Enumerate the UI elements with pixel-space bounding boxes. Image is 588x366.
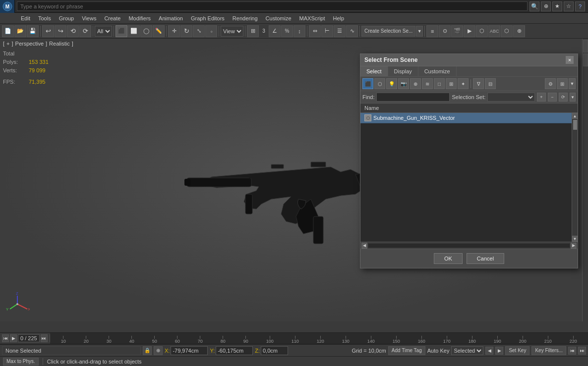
open-file-button[interactable]: 📂 [14, 25, 26, 37]
menu-graph-editors[interactable]: Graph Editors [187, 13, 229, 24]
cancel-button[interactable]: Cancel [467, 253, 504, 264]
dialog-close-button[interactable]: × [566, 56, 574, 64]
hscroll-track[interactable] [368, 244, 570, 248]
zoom-icon[interactable]: ⊕ [541, 1, 551, 11]
render-setup-button[interactable]: 🎬 [451, 25, 463, 37]
spinner-snap-button[interactable]: ↕ [294, 25, 305, 37]
play-button[interactable]: ▶ [10, 334, 17, 342]
uniform-scale-button[interactable]: ⬦ [205, 25, 217, 37]
key-filters-button[interactable]: Key Filters... [531, 346, 566, 355]
layers-panel-button[interactable]: ⊙ [439, 25, 451, 37]
info-icon[interactable]: ? [575, 1, 585, 11]
menu-rendering[interactable]: Rendering [229, 13, 262, 24]
max-phys-button[interactable]: Max to Phys. [3, 358, 39, 366]
select-region-button[interactable]: ⬜ [128, 25, 140, 37]
mirror-button[interactable]: ⇔ [309, 25, 321, 37]
redo2-button[interactable]: ⟳ [79, 25, 91, 37]
menu-views[interactable]: Views [78, 13, 100, 24]
dialog-icon-dropdown[interactable]: ▼ [569, 78, 576, 89]
snap-button[interactable]: ⊞ [247, 25, 259, 37]
command-panel-btn2[interactable] [583, 53, 588, 66]
dialog-icon-cameras[interactable]: 📷 [398, 78, 409, 89]
scroll-thumb[interactable] [573, 120, 577, 130]
scene-explorer-button[interactable]: ≡ [426, 25, 438, 37]
dialog-icon-geometry[interactable]: ⬛ [362, 78, 373, 89]
hscroll-right-button[interactable]: ▶ [571, 243, 577, 249]
undo-button[interactable]: ↩ [42, 25, 54, 37]
scale-button[interactable]: ⤡ [193, 25, 205, 37]
search-input[interactable] [17, 1, 528, 11]
dialog-icon-filter1[interactable]: ∇ [473, 78, 484, 89]
curve-editor-button[interactable]: ∿ [346, 25, 358, 37]
auto-key-select[interactable]: Selected [451, 346, 483, 355]
dialog-icon-helpers[interactable]: ⊕ [410, 78, 421, 89]
extra-btn1[interactable]: ⬡ [501, 25, 513, 37]
layer-button[interactable]: ☰ [334, 25, 346, 37]
list-scrollbar[interactable]: ▲ ▼ [572, 113, 578, 242]
menu-modifiers[interactable]: Modifiers [124, 13, 155, 24]
lasso-select-button[interactable]: ◯ [140, 25, 152, 37]
menu-create[interactable]: Create [100, 13, 124, 24]
dialog-icon-groups[interactable]: □ [434, 78, 445, 89]
ok-button[interactable]: OK [434, 253, 463, 264]
skip-forward-button[interactable]: ⏭ [578, 347, 586, 355]
dialog-icon-shapes[interactable]: ⬡ [374, 78, 385, 89]
rotate-button[interactable]: ↻ [180, 25, 192, 37]
next-frame-button[interactable]: ▶ [495, 347, 503, 355]
find-input[interactable] [376, 93, 450, 102]
abc-button[interactable]: ABC [488, 25, 500, 37]
selection-set-select[interactable] [487, 93, 535, 102]
dialog-icon-xref[interactable]: ⊞ [446, 78, 457, 89]
sel-set-btn1[interactable]: + [537, 93, 546, 102]
sel-set-dropdown[interactable]: ▼ [570, 93, 576, 102]
viewport-perspective-label[interactable]: Perspective [15, 41, 44, 47]
y-coord-input[interactable] [216, 346, 253, 355]
command-panel-btn1[interactable] [583, 40, 588, 52]
scroll-down-button[interactable]: ▼ [572, 236, 578, 242]
create-selection-button[interactable]: Create Selection Se... [361, 26, 415, 37]
scroll-up-button[interactable]: ▲ [572, 113, 578, 119]
lock-icon[interactable]: 🔒 [143, 346, 152, 355]
paint-select-button[interactable]: ✏️ [153, 25, 165, 37]
percent-snap-button[interactable]: % [281, 25, 293, 37]
select-object-button[interactable]: ⬛ [116, 25, 127, 37]
timeline-ruler[interactable]: 10 20 30 40 50 60 70 80 90 100 110 120 1… [50, 333, 588, 344]
move-button[interactable]: ✛ [168, 25, 180, 37]
filter-select[interactable]: All [95, 26, 112, 37]
viewport-realistic-label[interactable]: Realistic [49, 41, 70, 47]
add-time-tag-button[interactable]: Add Time Tag [388, 346, 425, 355]
dialog-icon-expand[interactable]: ⊞ [557, 78, 568, 89]
dialog-icon-spacewarps[interactable]: ≋ [422, 78, 433, 89]
star-filled-icon[interactable]: ★ [552, 1, 562, 11]
menu-group[interactable]: Group [55, 13, 78, 24]
search-icon[interactable]: 🔍 [529, 1, 539, 11]
dialog-icon-settings[interactable]: ⚙ [545, 78, 556, 89]
tab-select[interactable]: Select [360, 66, 388, 76]
material-editor-button[interactable]: ⬡ [476, 25, 488, 37]
star-outline-icon[interactable]: ☆ [564, 1, 574, 11]
angle-snap-button[interactable]: ∠ [269, 25, 281, 37]
dialog-icon-bones[interactable]: ✦ [458, 78, 469, 89]
render-button[interactable]: ▶ [464, 25, 475, 37]
list-item[interactable]: ⬡ Submachine_Gun_KRISS_Vector [360, 113, 578, 123]
view-mode-select[interactable]: View [221, 26, 243, 37]
menu-customize[interactable]: Customize [262, 13, 295, 24]
z-coord-input[interactable] [261, 346, 288, 355]
menu-maxscript[interactable]: MAXScript [295, 13, 329, 24]
viewport-plus-sign[interactable]: + [6, 41, 9, 47]
save-button[interactable]: 💾 [27, 25, 39, 37]
menu-tools[interactable]: Tools [34, 13, 55, 24]
set-key-button[interactable]: Set Key [505, 346, 529, 355]
create-selection-dropdown[interactable]: ▼ [416, 26, 423, 37]
tab-customize[interactable]: Customize [418, 66, 457, 76]
extra-btn2[interactable]: ⊕ [513, 25, 525, 37]
go-to-start-button[interactable]: ⏮ [2, 334, 9, 342]
position-icon[interactable]: ⊕ [154, 346, 163, 355]
x-coord-input[interactable] [171, 346, 208, 355]
tab-display[interactable]: Display [388, 66, 418, 76]
go-to-end-button[interactable]: ⏭ [41, 334, 48, 342]
redo-button[interactable]: ↪ [55, 25, 66, 37]
menu-animation[interactable]: Animation [155, 13, 187, 24]
align-button[interactable]: ⊢ [321, 25, 333, 37]
dialog-icon-lights[interactable]: 💡 [386, 78, 397, 89]
